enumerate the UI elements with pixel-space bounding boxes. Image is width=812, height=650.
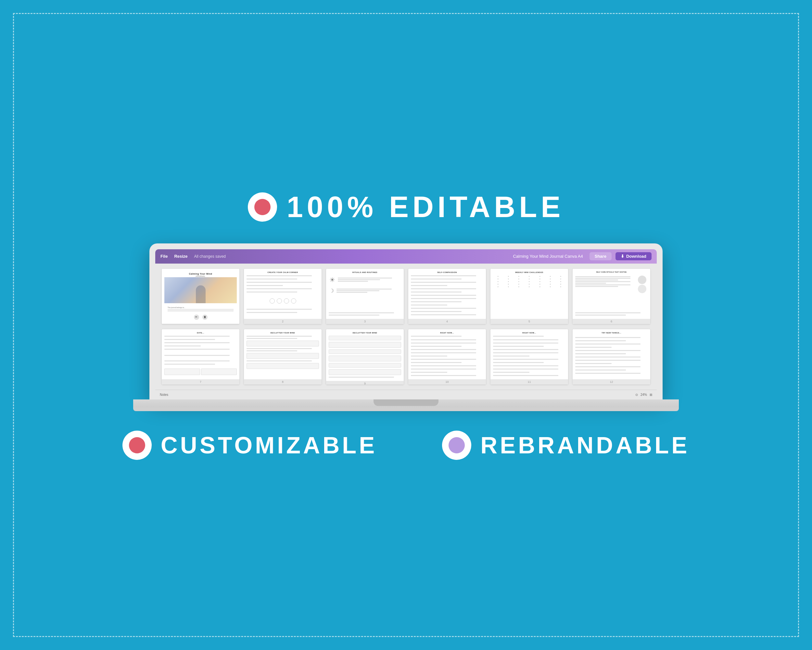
sub-box bbox=[329, 363, 401, 367]
line bbox=[411, 356, 447, 356]
line bbox=[411, 304, 447, 306]
line bbox=[247, 278, 297, 280]
line bbox=[493, 365, 558, 366]
page-number-1 bbox=[162, 324, 240, 324]
page-4-title: SELF-COMPASSION bbox=[411, 271, 483, 273]
line bbox=[575, 315, 626, 315]
page-thumb-10[interactable]: Right now... bbox=[408, 329, 486, 384]
top-badge-text: 100% EDITABLE bbox=[287, 190, 565, 224]
page-thumb-2[interactable]: CREATE YOUR CALM CORNER bbox=[244, 269, 322, 324]
page-thumb-12[interactable]: Try new things... bbox=[572, 329, 650, 384]
cover-icon-2: 🗑 bbox=[202, 315, 208, 320]
sub-box bbox=[329, 336, 401, 340]
file-button[interactable]: File bbox=[160, 254, 168, 259]
star: ★ bbox=[535, 275, 545, 277]
page-4-lines bbox=[411, 275, 483, 316]
page-thumb-3[interactable]: RITUALS AND ROUTINES ☀ bbox=[326, 269, 404, 324]
line bbox=[164, 361, 230, 361]
line bbox=[493, 349, 558, 350]
customizable-circle-inner bbox=[129, 437, 145, 453]
laptop: File Resize All changes saved Calming Yo… bbox=[146, 243, 666, 411]
page-thumb-11[interactable]: Right now... bbox=[490, 329, 568, 384]
line bbox=[338, 281, 368, 282]
zoom-area: ⊙ 24% ⊞ bbox=[635, 393, 652, 396]
line bbox=[247, 312, 297, 313]
page-thumb-4[interactable]: SELF-COMPASSION bbox=[408, 269, 486, 324]
resize-button[interactable]: Resize bbox=[174, 254, 188, 259]
star: ★ bbox=[545, 280, 555, 283]
page-8-title: DECLUTTER YOUR MIND bbox=[247, 332, 319, 334]
star: ★ bbox=[556, 286, 565, 288]
line bbox=[338, 278, 392, 278]
page-thumb-8[interactable]: DECLUTTER YOUR MIND 8 bbox=[244, 329, 322, 384]
page-thumb-1[interactable]: Calming Your Mind JOURNAL This journal b… bbox=[162, 269, 240, 324]
line bbox=[575, 276, 630, 277]
line bbox=[329, 315, 379, 315]
line bbox=[411, 311, 461, 312]
top-badge: 100% EDITABLE bbox=[248, 190, 565, 224]
line bbox=[329, 312, 394, 313]
cover-line-3 bbox=[168, 311, 234, 311]
line bbox=[164, 339, 215, 340]
download-label: Download bbox=[626, 254, 646, 259]
line bbox=[329, 377, 394, 378]
page-thumb-7[interactable]: Date... bbox=[162, 329, 240, 384]
page-6-title: SELF CARE RITUALS THAT SOOTHE bbox=[575, 271, 648, 273]
line bbox=[247, 292, 297, 292]
content-wrapper: 100% EDITABLE File Resize All changes sa… bbox=[0, 190, 812, 460]
line bbox=[575, 283, 606, 284]
line bbox=[575, 363, 612, 364]
star: ★ bbox=[545, 283, 555, 285]
customizable-text: CUSTOMIZABLE bbox=[161, 432, 377, 459]
canva-bottom-bar: Notes ⊙ 24% ⊞ bbox=[155, 390, 657, 399]
line bbox=[493, 356, 530, 356]
cover-icons: ✂ 🗑 bbox=[164, 313, 237, 321]
cover-title: Calming Your Mind bbox=[164, 271, 237, 275]
box-area bbox=[329, 356, 401, 361]
circles-row bbox=[247, 298, 319, 304]
line bbox=[164, 349, 230, 350]
line bbox=[411, 362, 461, 363]
pages-row-1: Calming Your Mind JOURNAL This journal b… bbox=[162, 269, 650, 324]
page-thumb-5[interactable]: WEEKLY MINI CHALLENGES ★ ★ ★ ★ ★ ★ ★ ★ bbox=[490, 269, 568, 324]
star: ★ bbox=[556, 278, 565, 280]
line bbox=[164, 342, 230, 343]
line bbox=[575, 278, 630, 279]
rebrandable-circle-inner bbox=[449, 437, 465, 453]
star: ★ bbox=[535, 280, 545, 283]
download-button[interactable]: ⬇ Download bbox=[615, 252, 652, 260]
rebrandable-badge: REBRANDABLE bbox=[442, 431, 690, 460]
page-thumb-11-content: Right now... bbox=[490, 329, 568, 379]
line bbox=[411, 282, 476, 283]
download-icon: ⬇ bbox=[621, 254, 624, 259]
cover-line-1 bbox=[168, 309, 234, 309]
page-thumb-10-content: Right now... bbox=[408, 329, 486, 379]
star: ★ bbox=[524, 280, 534, 283]
line bbox=[411, 295, 476, 296]
star: ★ bbox=[504, 278, 513, 280]
line bbox=[575, 344, 641, 344]
rebrandable-circle bbox=[442, 431, 471, 460]
line bbox=[493, 352, 558, 353]
line bbox=[411, 298, 476, 299]
star: ★ bbox=[524, 283, 534, 285]
line bbox=[493, 369, 558, 370]
line bbox=[336, 290, 379, 291]
zoom-level: 24% bbox=[641, 393, 647, 396]
star: ★ bbox=[493, 286, 503, 288]
share-button[interactable]: Share bbox=[589, 252, 612, 260]
star: ★ bbox=[504, 275, 513, 277]
cover-figure bbox=[196, 285, 206, 303]
page-thumb-6-content: SELF CARE RITUALS THAT SOOTHE bbox=[572, 269, 650, 319]
page-thumb-3-content: RITUALS AND ROUTINES ☀ bbox=[326, 269, 404, 319]
page-thumb-6[interactable]: SELF CARE RITUALS THAT SOOTHE bbox=[572, 269, 650, 324]
line bbox=[411, 343, 476, 344]
page-thumb-9[interactable]: DECLUTTER YOUR MIND 9 bbox=[326, 329, 404, 384]
table-cell bbox=[201, 369, 237, 375]
page-12-title: Try new things... bbox=[575, 332, 648, 334]
page-number-6: 6 bbox=[572, 319, 650, 324]
page-5-title: WEEKLY MINI CHALLENGES bbox=[493, 271, 565, 273]
page-thumb-5-content: WEEKLY MINI CHALLENGES ★ ★ ★ ★ ★ ★ ★ ★ bbox=[490, 269, 568, 319]
line bbox=[575, 347, 612, 348]
notes-label[interactable]: Notes bbox=[160, 393, 168, 396]
